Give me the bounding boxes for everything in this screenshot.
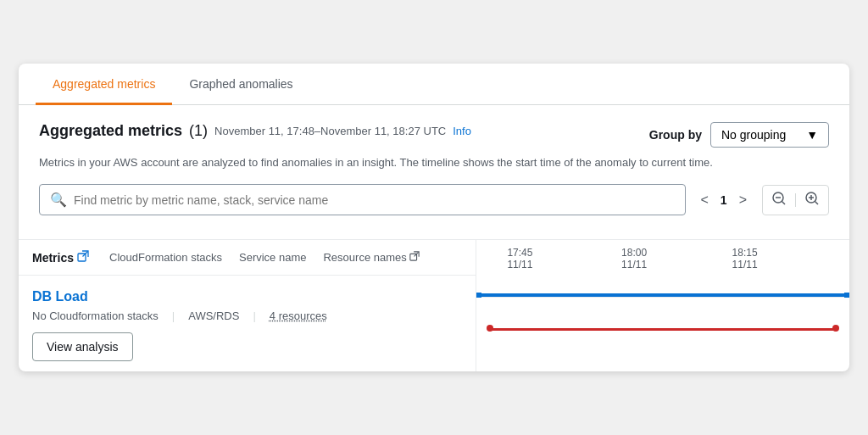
search-row: 🔍 < 1 > bbox=[39, 184, 829, 215]
next-page-button[interactable]: > bbox=[734, 189, 752, 211]
group-by-value: No grouping bbox=[721, 128, 786, 142]
resource-names-ext-icon[interactable] bbox=[409, 251, 420, 264]
svg-line-6 bbox=[815, 201, 819, 204]
metric-count: (1) bbox=[189, 122, 208, 140]
timeline-header: 17:45 11/11 18:00 11/11 18:15 11/11 bbox=[476, 240, 849, 298]
search-box[interactable]: 🔍 bbox=[39, 184, 686, 215]
zoom-controls bbox=[762, 185, 829, 215]
header-section: Aggregated metrics (1) November 11, 17:4… bbox=[19, 105, 849, 233]
zoom-divider bbox=[795, 193, 796, 207]
metric-row: DB Load No Cloudformation stacks | AWS/R… bbox=[19, 276, 476, 371]
time-label-1745: 17:45 11/11 bbox=[507, 247, 532, 270]
cf-stacks-col-header: CloudFormation stacks bbox=[109, 251, 222, 264]
pagination: < 1 > bbox=[696, 189, 752, 211]
group-by-container: Group by No grouping ▼ bbox=[649, 122, 829, 148]
left-panel: Metrics CloudFormation stacks Service na… bbox=[19, 240, 476, 371]
info-link[interactable]: Info bbox=[453, 125, 471, 137]
view-analysis-button[interactable]: View analysis bbox=[32, 332, 133, 361]
service-value: AWS/RDS bbox=[188, 310, 239, 322]
service-name-col-header: Service name bbox=[239, 251, 306, 264]
zoom-out-icon bbox=[771, 191, 787, 206]
zoom-in-icon bbox=[804, 191, 820, 206]
resource-names-col-header: Resource names bbox=[323, 251, 419, 264]
header-title: Aggregated metrics (1) November 11, 17:4… bbox=[39, 122, 471, 140]
tab-graphed-anomalies[interactable]: Graphed anomalies bbox=[172, 64, 309, 105]
anomaly-line bbox=[490, 328, 836, 331]
time-label-1815: 18:15 11/11 bbox=[732, 247, 758, 270]
table-area: Metrics CloudFormation stacks Service na… bbox=[19, 239, 849, 371]
prev-page-button[interactable]: < bbox=[696, 189, 714, 211]
search-icon: 🔍 bbox=[50, 192, 67, 208]
metric-name[interactable]: DB Load bbox=[32, 289, 462, 304]
right-panel: 17:45 11/11 18:00 11/11 18:15 11/11 bbox=[476, 240, 849, 371]
cf-stacks-value: No Cloudformation stacks bbox=[32, 310, 159, 322]
tab-bar: Aggregated metrics Graphed anomalies bbox=[19, 64, 849, 105]
time-label-1800: 18:00 11/11 bbox=[621, 247, 647, 270]
search-input[interactable] bbox=[74, 193, 675, 207]
metrics-external-link-icon[interactable] bbox=[77, 250, 89, 265]
subtitle: Metrics in your AWS account are analyzed… bbox=[39, 154, 829, 171]
metrics-header: Metrics bbox=[32, 250, 89, 265]
page-title: Aggregated metrics bbox=[39, 122, 182, 140]
tab-aggregated-metrics[interactable]: Aggregated metrics bbox=[36, 64, 172, 105]
date-range: November 11, 17:48–November 11, 18:27 UT… bbox=[214, 125, 446, 137]
anomaly-end-dot bbox=[832, 325, 839, 332]
timeline-metric-row bbox=[476, 298, 849, 365]
group-by-label: Group by bbox=[649, 128, 702, 142]
svg-line-2 bbox=[782, 201, 786, 204]
page-number: 1 bbox=[721, 193, 727, 207]
group-by-arrow-icon: ▼ bbox=[806, 128, 818, 142]
group-by-select[interactable]: No grouping ▼ bbox=[710, 122, 829, 148]
zoom-out-button[interactable] bbox=[770, 189, 788, 211]
column-headers: Metrics CloudFormation stacks Service na… bbox=[19, 240, 476, 276]
metric-meta: No Cloudformation stacks | AWS/RDS | 4 r… bbox=[32, 310, 462, 322]
resources-value[interactable]: 4 resources bbox=[270, 310, 327, 322]
zoom-in-button[interactable] bbox=[803, 189, 821, 211]
